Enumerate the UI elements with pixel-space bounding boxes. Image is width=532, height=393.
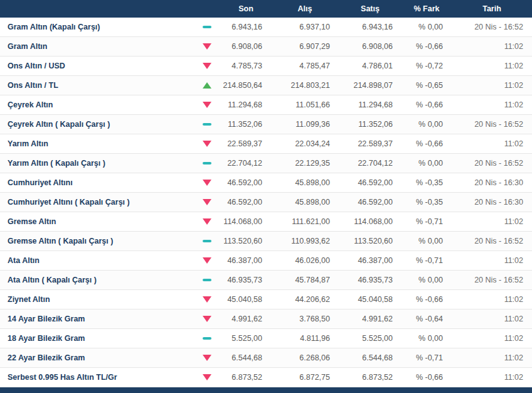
table-footer-bar (0, 387, 532, 393)
buy-price: 11.051,66 (271, 100, 339, 109)
trend-cell (193, 240, 221, 242)
update-time: 11:02 (452, 256, 532, 265)
table-row[interactable]: 22 Ayar Bilezik Gram 6.544,68 6.268,06 6… (0, 348, 532, 368)
update-time: 11:02 (452, 217, 532, 226)
trend-cell (193, 337, 221, 340)
trend-cell (193, 279, 221, 281)
instrument-name: Ata Altın (0, 256, 193, 265)
trend-down-icon (203, 218, 211, 225)
header-fark: % Fark (402, 4, 452, 13)
buy-price: 4.785,47 (271, 62, 339, 70)
sell-price: 46.935,73 (339, 276, 402, 284)
table-row[interactable]: Çeyrek Altın 11.294,68 11.051,66 11.294,… (0, 95, 532, 115)
instrument-name: Serbest 0.995 Has Altın TL/Gr (0, 373, 193, 382)
update-time: 11:02 (452, 62, 532, 70)
buy-price: 3.768,50 (271, 315, 339, 323)
trend-down-icon (203, 199, 211, 205)
header-alis: Alış (271, 4, 339, 13)
percent-change: % -0,66 (402, 139, 452, 148)
percent-change: % -0,66 (402, 295, 452, 304)
update-time: 11:02 (452, 334, 532, 343)
update-time: 11:02 (452, 100, 532, 109)
table-body: Gram Altın (Kapalı Çarşı) 6.943,16 6.937… (0, 18, 532, 387)
sell-price: 6.908,06 (339, 42, 402, 51)
last-price: 46.935,73 (221, 276, 271, 284)
buy-price: 46.026,00 (271, 256, 339, 265)
table-row[interactable]: Ons Altın / TL 214.850,64 214.803,21 214… (0, 76, 532, 95)
update-time: 11:02 (452, 315, 532, 323)
percent-change: % 0,00 (402, 120, 452, 129)
last-price: 113.520,60 (221, 237, 271, 245)
sell-price: 46.592,00 (339, 198, 402, 207)
sell-price: 4.786,01 (339, 62, 402, 70)
percent-change: % 0,00 (402, 334, 452, 343)
trend-flat-icon (203, 337, 211, 340)
percent-change: % -0,71 (402, 217, 452, 226)
header-son: Son (221, 4, 271, 13)
table-row[interactable]: Yarım Altın 22.589,37 22.034,24 22.589,3… (0, 134, 532, 154)
sell-price: 46.387,00 (339, 256, 402, 265)
trend-cell (193, 141, 221, 147)
last-price: 6.873,52 (221, 373, 271, 382)
trend-cell (193, 26, 221, 28)
table-row[interactable]: 14 Ayar Bilezik Gram 4.991,62 3.768,50 4… (0, 310, 532, 329)
update-time: 20 Nis - 16:52 (452, 120, 532, 129)
last-price: 11.352,06 (221, 120, 271, 129)
percent-change: % -0,35 (402, 178, 452, 187)
table-row[interactable]: 18 Ayar Bilezik Gram 5.525,00 4.811,96 5… (0, 329, 532, 348)
sell-price: 5.525,00 (339, 334, 402, 343)
last-price: 5.525,00 (221, 334, 271, 343)
buy-price: 6.937,10 (271, 23, 339, 31)
buy-price: 214.803,21 (271, 81, 339, 90)
instrument-name: 22 Ayar Bilezik Gram (0, 353, 193, 362)
trend-down-icon (203, 102, 211, 108)
percent-change: % 0,00 (402, 23, 452, 31)
buy-price: 45.898,00 (271, 198, 339, 207)
percent-change: % -0,71 (402, 353, 452, 362)
sell-price: 4.991,62 (339, 315, 402, 323)
update-time: 11:02 (452, 353, 532, 362)
last-price: 45.040,58 (221, 295, 271, 304)
trend-flat-icon (203, 26, 211, 28)
trend-cell (193, 180, 221, 186)
instrument-name: Gram Altın (0, 42, 193, 51)
table-row[interactable]: Ziynet Altın 45.040,58 44.206,62 45.040,… (0, 290, 532, 310)
percent-change: % -0,72 (402, 62, 452, 70)
table-row[interactable]: Yarım Altın ( Kapalı Çarşı ) 22.704,12 2… (0, 154, 532, 173)
instrument-name: Cumhuriyet Altını ( Kapalı Çarşı ) (0, 198, 193, 207)
table-row[interactable]: Gram Altın (Kapalı Çarşı) 6.943,16 6.937… (0, 18, 532, 37)
last-price: 22.589,37 (221, 139, 271, 148)
table-row[interactable]: Cumhuriyet Altını ( Kapalı Çarşı ) 46.59… (0, 193, 532, 212)
update-time: 11:02 (452, 139, 532, 148)
instrument-name: Gram Altın (Kapalı Çarşı) (0, 23, 193, 31)
percent-change: % -0,64 (402, 315, 452, 323)
trend-cell (193, 123, 221, 126)
table-row[interactable]: Çeyrek Altın ( Kapalı Çarşı ) 11.352,06 … (0, 115, 532, 134)
sell-price: 11.352,06 (339, 120, 402, 129)
header-satis: Satış (339, 4, 402, 13)
sell-price: 11.294,68 (339, 100, 402, 109)
table-row[interactable]: Ata Altın 46.387,00 46.026,00 46.387,00 … (0, 251, 532, 271)
sell-price: 6.873,52 (339, 373, 402, 382)
table-row[interactable]: Gremse Altın ( Kapalı Çarşı ) 113.520,60… (0, 232, 532, 251)
trend-down-icon (203, 257, 211, 264)
update-time: 20 Nis - 16:30 (452, 198, 532, 207)
trend-up-icon (203, 82, 211, 89)
trend-down-icon (203, 316, 211, 322)
percent-change: % -0,35 (402, 198, 452, 207)
table-row[interactable]: Serbest 0.995 Has Altın TL/Gr 6.873,52 6… (0, 368, 532, 387)
table-row[interactable]: Gram Altın 6.908,06 6.907,29 6.908,06 % … (0, 37, 532, 57)
table-row[interactable]: Ons Altın / USD 4.785,73 4.785,47 4.786,… (0, 57, 532, 76)
buy-price: 45.784,87 (271, 276, 339, 284)
table-row[interactable]: Ata Altın ( Kapalı Çarşı ) 46.935,73 45.… (0, 271, 532, 290)
trend-cell (193, 43, 221, 50)
table-row[interactable]: Cumhuriyet Altını 46.592,00 45.898,00 46… (0, 173, 532, 193)
buy-price: 45.898,00 (271, 178, 339, 187)
instrument-name: 14 Ayar Bilezik Gram (0, 315, 193, 323)
sell-price: 46.592,00 (339, 178, 402, 187)
table-row[interactable]: Gremse Altın 114.068,00 111.621,00 114.0… (0, 212, 532, 232)
instrument-name: Yarım Altın (0, 139, 193, 148)
percent-change: % 0,00 (402, 159, 452, 168)
trend-down-icon (203, 180, 211, 186)
trend-cell (193, 63, 221, 69)
